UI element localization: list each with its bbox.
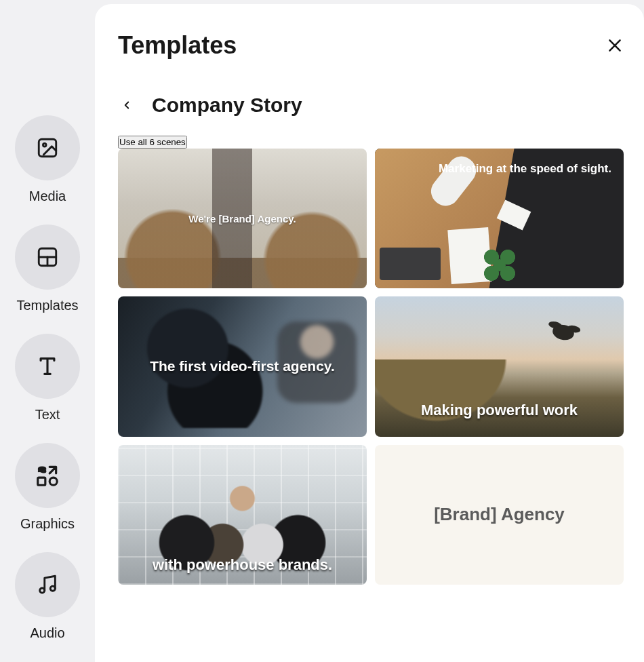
- back-button[interactable]: [118, 96, 136, 114]
- scene-card[interactable]: [Brand] Agency: [375, 445, 624, 585]
- music-icon: [15, 552, 80, 617]
- scene-grid: We're [Brand] Agency. Marketing at the s…: [118, 149, 624, 585]
- scene-caption: with powerhouse brands.: [118, 556, 367, 574]
- sidebar-item-label: Media: [29, 189, 66, 204]
- graphics-icon: [15, 443, 80, 508]
- svg-point-1: [43, 143, 46, 147]
- sidebar-item-label: Graphics: [20, 516, 75, 532]
- text-icon: [15, 334, 80, 399]
- svg-rect-7: [38, 478, 45, 485]
- scene-caption: [Brand] Agency: [434, 504, 565, 525]
- svg-point-9: [40, 588, 45, 593]
- scene-caption: Marketing at the speed of sight.: [439, 162, 611, 176]
- scene-card[interactable]: Marketing at the speed of sight.: [375, 149, 624, 288]
- scene-card[interactable]: The first video-first agency.: [118, 296, 367, 436]
- scene-card[interactable]: We're [Brand] Agency.: [118, 149, 367, 288]
- svg-point-8: [49, 478, 57, 485]
- sidebar: Media Templates Text Graphics Audio: [0, 0, 95, 662]
- scene-card[interactable]: with powerhouse brands.: [118, 445, 367, 585]
- scene-card[interactable]: Making powerful work: [375, 296, 624, 436]
- use-all-scenes-button[interactable]: Use all 6 scenes: [118, 136, 187, 149]
- subheader: Company Story: [118, 94, 624, 117]
- scene-caption: We're [Brand] Agency.: [188, 213, 296, 225]
- sidebar-item-audio[interactable]: Audio: [15, 552, 80, 641]
- sidebar-item-label: Text: [35, 407, 60, 423]
- scene-caption: The first video-first agency.: [150, 358, 335, 374]
- sidebar-item-label: Audio: [30, 625, 64, 641]
- templates-panel: Templates Company Story Use all 6 scenes…: [95, 4, 644, 662]
- image-icon: [15, 115, 80, 180]
- close-icon: [606, 37, 624, 54]
- category-title: Company Story: [152, 94, 302, 117]
- sidebar-item-templates[interactable]: Templates: [15, 225, 80, 313]
- close-button[interactable]: [606, 37, 624, 54]
- panel-title: Templates: [118, 31, 237, 60]
- scene-caption: Making powerful work: [375, 402, 624, 419]
- svg-point-10: [50, 586, 55, 591]
- chevron-left-icon: [121, 99, 133, 111]
- sidebar-item-graphics[interactable]: Graphics: [15, 443, 80, 532]
- sidebar-item-label: Templates: [16, 298, 78, 313]
- panel-header: Templates: [118, 31, 624, 60]
- sidebar-item-text[interactable]: Text: [15, 334, 80, 423]
- sidebar-item-media[interactable]: Media: [15, 115, 80, 204]
- layout-icon: [15, 225, 80, 290]
